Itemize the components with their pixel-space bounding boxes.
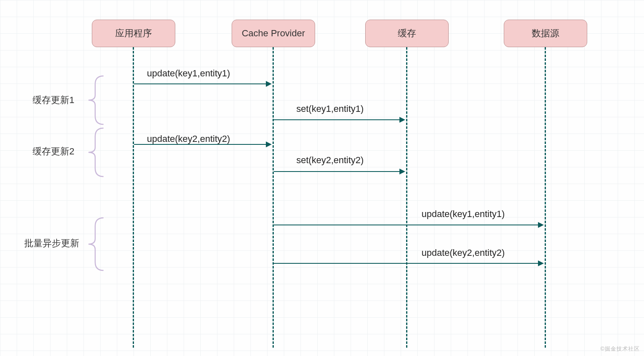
bracket-update1	[83, 75, 104, 125]
msg-label-1: update(key1,entity1)	[147, 68, 230, 79]
arrow-2	[274, 119, 404, 120]
arrow-6	[274, 263, 543, 264]
lifeline-datasource	[545, 47, 546, 348]
participant-app: 应用程序	[92, 20, 175, 47]
arrow-1	[134, 83, 271, 84]
group-label-update1: 缓存更新1	[33, 94, 74, 106]
msg-label-6: update(key2,entity2)	[422, 247, 505, 258]
group-label-update2: 缓存更新2	[33, 145, 74, 158]
msg-label-3: update(key2,entity2)	[147, 134, 230, 144]
participant-cache: 缓存	[365, 20, 449, 47]
group-label-batch: 批量异步更新	[24, 237, 79, 250]
participant-cache-provider: Cache Provider	[232, 20, 315, 47]
msg-label-5: update(key1,entity1)	[422, 209, 505, 220]
bracket-update2	[83, 127, 104, 177]
lifeline-cache-provider	[273, 47, 274, 348]
bracket-batch	[83, 217, 104, 271]
lifeline-app	[133, 47, 134, 348]
arrow-4	[274, 171, 404, 172]
msg-label-2: set(key1,entity1)	[296, 104, 364, 114]
participant-datasource: 数据源	[504, 20, 587, 47]
arrow-5	[274, 225, 543, 225]
watermark: ©掘金技术社区	[600, 345, 640, 353]
arrow-3	[134, 144, 271, 145]
lifeline-cache	[406, 47, 407, 348]
msg-label-4: set(key2,entity2)	[296, 155, 364, 166]
